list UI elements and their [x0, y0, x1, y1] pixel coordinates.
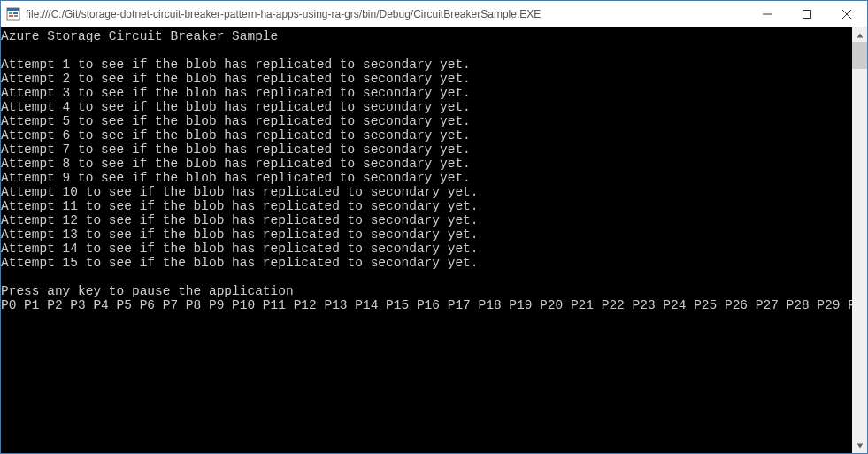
- close-button[interactable]: [826, 1, 867, 27]
- scroll-thumb[interactable]: [852, 42, 867, 69]
- svg-rect-2: [9, 12, 12, 14]
- minimize-button[interactable]: [747, 1, 787, 27]
- scroll-down-arrow-icon[interactable]: [852, 438, 867, 453]
- svg-rect-1: [7, 8, 19, 11]
- svg-rect-5: [14, 15, 18, 17]
- vertical-scrollbar[interactable]: [852, 27, 867, 453]
- svg-rect-3: [13, 12, 18, 14]
- window-title: file:///C:/Git/storage-dotnet-circuit-br…: [26, 8, 747, 20]
- titlebar[interactable]: file:///C:/Git/storage-dotnet-circuit-br…: [1, 1, 867, 27]
- app-icon: [6, 7, 20, 21]
- app-window: file:///C:/Git/storage-dotnet-circuit-br…: [0, 0, 868, 454]
- svg-rect-4: [9, 15, 13, 17]
- console-output[interactable]: Azure Storage Circuit Breaker Sample Att…: [1, 27, 852, 453]
- maximize-button[interactable]: [787, 1, 826, 27]
- console-area: Azure Storage Circuit Breaker Sample Att…: [1, 27, 867, 453]
- svg-rect-7: [803, 10, 810, 18]
- window-controls: [747, 1, 867, 27]
- scroll-up-arrow-icon[interactable]: [852, 27, 867, 42]
